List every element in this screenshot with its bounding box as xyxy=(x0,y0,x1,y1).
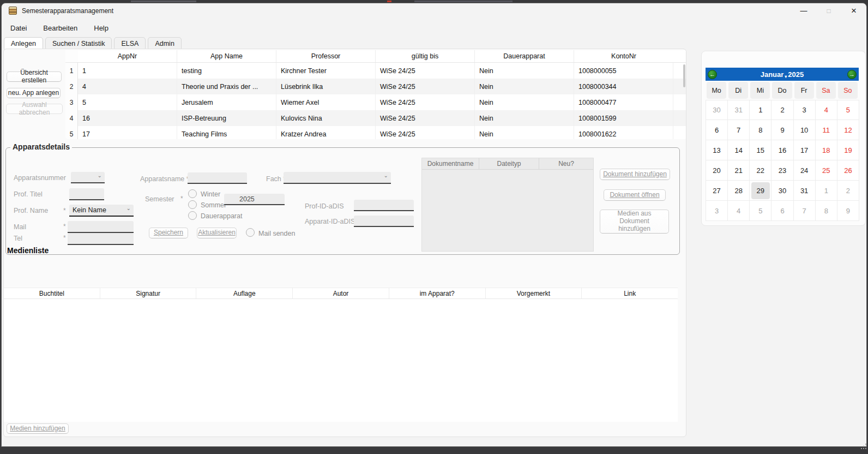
auswahl-abbrechen-button[interactable]: Auswahl abbrechen xyxy=(6,104,63,114)
table-row[interactable]: 517Teaching FilmsKratzer AndreaWiSe 24/2… xyxy=(65,126,686,139)
calendar-day[interactable]: 23 xyxy=(771,160,793,181)
column-header[interactable]: Neu? xyxy=(539,158,593,169)
column-header[interactable]: Dauerapparat xyxy=(475,50,574,62)
column-header[interactable]: Auflage xyxy=(196,288,293,298)
calendar-day[interactable]: 12 xyxy=(837,120,859,140)
semester-year-input[interactable]: 2025 xyxy=(224,194,285,205)
column-header[interactable]: KontoNr xyxy=(574,50,673,62)
uebersicht-erstellen-button[interactable]: Übersicht erstellen xyxy=(7,71,62,82)
calendar-day[interactable]: 8 xyxy=(816,201,837,221)
calendar-day[interactable]: 26 xyxy=(837,160,859,181)
column-header[interactable]: AppNr xyxy=(78,50,177,62)
mail-input[interactable] xyxy=(68,221,134,233)
menu-bearbeiten[interactable]: Bearbeiten xyxy=(35,22,85,34)
apparatus-table: AppNr App Name Professor gültig bis Daue… xyxy=(65,50,686,139)
calendar-day[interactable]: 9 xyxy=(837,201,859,221)
apparatsname-input[interactable] xyxy=(188,172,247,184)
calendar-day[interactable]: 9 xyxy=(771,120,793,140)
calendar-title[interactable]: Januar▾2025 xyxy=(719,70,845,79)
calendar-day[interactable]: 30 xyxy=(771,181,793,201)
column-header[interactable]: Dokumentname xyxy=(422,158,479,169)
calendar-day[interactable]: 10 xyxy=(794,120,816,140)
calendar-day[interactable]: 22 xyxy=(750,160,771,181)
table-row[interactable]: 35JerusalemWiemer AxelWiSe 24/25Nein1008… xyxy=(65,94,686,110)
column-header[interactable]: Professor xyxy=(276,50,376,62)
table-row[interactable]: 11testingKirchner TesterWiSe 24/25Nein10… xyxy=(65,63,686,79)
menu-help[interactable]: Help xyxy=(86,22,116,34)
calendar-day[interactable]: 31 xyxy=(794,181,816,201)
resize-grip[interactable] xyxy=(861,443,867,450)
dauerapparat-radio[interactable] xyxy=(188,211,197,220)
calendar-day[interactable]: 27 xyxy=(706,181,728,201)
aktualisieren-button[interactable]: Aktualisieren xyxy=(197,228,237,238)
calendar-day[interactable]: 1 xyxy=(816,181,837,201)
column-header[interactable]: Buchtitel xyxy=(4,288,100,298)
prof-titel-input[interactable] xyxy=(69,188,104,200)
column-header[interactable]: Link xyxy=(582,288,678,298)
calendar-day[interactable]: 5 xyxy=(750,201,771,221)
table-row[interactable]: 416ISP-BetreuungKulovics NinaWiSe 24/25N… xyxy=(65,110,686,126)
medien-aus-dokument-button[interactable]: Medien aus Dokument hinzufügen xyxy=(600,210,669,234)
calendar-day[interactable]: 3 xyxy=(794,100,816,120)
calendar-day[interactable]: 28 xyxy=(728,181,750,201)
calendar-day[interactable]: 20 xyxy=(706,160,728,181)
dokument-hinzufuegen-button[interactable]: Dokument hinzufügen xyxy=(600,169,670,180)
calendar-day[interactable]: 2 xyxy=(771,100,793,120)
calendar-day[interactable]: 14 xyxy=(728,140,750,160)
prof-id-adis-input[interactable] xyxy=(354,200,414,211)
sommer-radio[interactable] xyxy=(188,200,197,209)
calendar-day[interactable]: 3 xyxy=(706,201,728,221)
calendar-day[interactable]: 15 xyxy=(750,140,771,160)
apparatsname-label: Apparatsname * xyxy=(140,175,189,183)
calendar-day[interactable]: 2 xyxy=(837,181,859,201)
tel-input[interactable] xyxy=(68,233,134,245)
calendar-day[interactable]: 21 xyxy=(728,160,750,181)
medien-hinzufuegen-button[interactable]: Medien hinzufügen xyxy=(7,423,69,434)
calendar-day[interactable]: 4 xyxy=(816,100,837,120)
calendar-day[interactable]: 30 xyxy=(706,100,728,120)
speichern-button[interactable]: Speichern xyxy=(149,228,188,238)
calendar-day[interactable]: 18 xyxy=(816,140,837,160)
calendar-day[interactable]: 24 xyxy=(794,160,816,181)
column-header[interactable]: gültig bis xyxy=(376,50,475,62)
calendar-day[interactable]: 17 xyxy=(794,140,816,160)
mail-senden-checkbox[interactable] xyxy=(246,228,255,237)
calendar-prev-icon[interactable]: ← xyxy=(708,70,717,79)
maximize-button[interactable]: □ xyxy=(816,3,841,18)
column-header[interactable]: Autor xyxy=(293,288,389,298)
calendar-day[interactable]: 1 xyxy=(750,100,771,120)
menu-datei[interactable]: Datei xyxy=(3,22,34,34)
column-header[interactable]: App Name xyxy=(177,50,276,62)
calendar-day[interactable]: 7 xyxy=(794,201,816,221)
table-row[interactable]: 24Theorie und Praxis der ...Lüsebrink Il… xyxy=(65,79,686,94)
prof-name-select[interactable]: Kein Name⌄ xyxy=(69,205,134,217)
calendar-day[interactable]: 13 xyxy=(706,140,728,160)
calendar-day[interactable]: 4 xyxy=(728,201,750,221)
minimize-button[interactable]: — xyxy=(791,3,816,18)
winter-radio[interactable] xyxy=(188,189,197,198)
calendar-day[interactable]: 8 xyxy=(750,120,771,140)
apparatsnummer-select[interactable]: ⌄ xyxy=(71,172,105,183)
calendar-day[interactable]: 5 xyxy=(837,100,859,120)
calendar-day-selected[interactable]: 29 xyxy=(750,181,771,201)
calendar-day[interactable]: 11 xyxy=(816,120,837,140)
table-scrollbar[interactable] xyxy=(683,64,685,87)
calendar-day[interactable]: 7 xyxy=(728,120,750,140)
dokument-oeffnen-button[interactable]: Dokument öffnen xyxy=(604,189,666,201)
calendar-day[interactable]: 19 xyxy=(837,140,859,160)
column-header[interactable]: Signatur xyxy=(100,288,197,298)
calendar-day[interactable]: 25 xyxy=(816,160,837,181)
calendar-day[interactable]: 6 xyxy=(706,120,728,140)
column-header[interactable]: im Apparat? xyxy=(389,288,486,298)
calendar-day[interactable]: 16 xyxy=(771,140,793,160)
column-header[interactable]: Vorgemerkt xyxy=(486,288,582,298)
calendar-next-icon[interactable]: → xyxy=(847,70,857,79)
apparat-id-adis-input[interactable] xyxy=(354,216,414,227)
close-button[interactable]: × xyxy=(841,3,866,18)
neu-app-anlegen-button[interactable]: neu. App anlegen xyxy=(7,88,61,98)
groupbox-title: Apparatsdetails xyxy=(10,142,72,151)
calendar-day[interactable]: 31 xyxy=(728,100,750,120)
column-header[interactable]: Dateityp xyxy=(479,158,539,169)
fach-select[interactable]: ⌄ xyxy=(284,172,391,184)
calendar-day[interactable]: 6 xyxy=(771,201,793,221)
